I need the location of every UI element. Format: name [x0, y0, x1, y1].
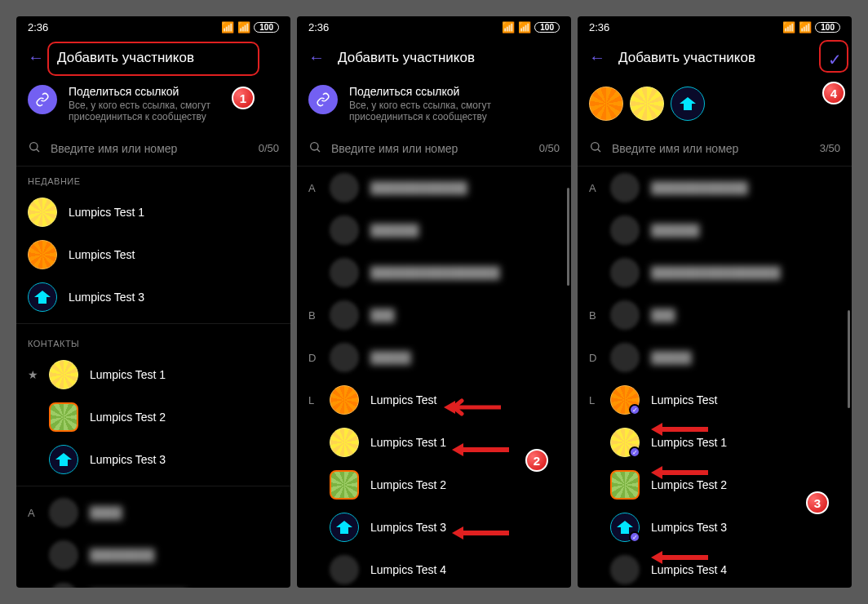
- contact-name: Lumpics Test 1: [370, 436, 446, 449]
- contact-row[interactable]: B ███: [578, 294, 852, 336]
- battery-icon: 100: [254, 22, 279, 33]
- status-icons: 📶 📶 100: [782, 21, 840, 33]
- avatar-blur-icon: [610, 343, 640, 372]
- contact-name: Lumpics Test 3: [651, 521, 727, 534]
- contact-row[interactable]: ████████████████: [297, 251, 571, 294]
- status-bar: 2:36 📶 📶 100: [578, 16, 852, 38]
- back-arrow-icon[interactable]: ←: [308, 48, 325, 67]
- contact-name: ████: [90, 506, 122, 519]
- contact-row[interactable]: Lumpics Test 1: [16, 191, 290, 233]
- contact-name: █████: [651, 351, 692, 364]
- avatar-blur-icon: [49, 540, 78, 570]
- scrollbar[interactable]: [567, 188, 569, 286]
- selected-avatar-icon[interactable]: [589, 87, 623, 121]
- search-placeholder: Введите имя или номер: [612, 142, 810, 155]
- contact-row[interactable]: A ████████████: [297, 167, 571, 209]
- signal-icon: 📶: [782, 21, 795, 33]
- contact-name: Lumpics Test 1: [69, 206, 144, 219]
- search-row[interactable]: Введите имя или номер 0/50: [297, 131, 571, 167]
- contact-name: Lumpics Test 3: [69, 291, 144, 304]
- contact-row[interactable]: ██████: [297, 209, 571, 251]
- scrollbar[interactable]: [848, 310, 850, 408]
- status-bar: 2:36 📶 📶 100: [16, 16, 290, 38]
- back-arrow-icon[interactable]: ←: [28, 48, 44, 67]
- signal-icon: 📶: [502, 21, 515, 33]
- contact-row[interactable]: ████████████████: [578, 251, 852, 294]
- status-icons: 📶 📶 100: [221, 21, 279, 33]
- search-row[interactable]: Введите имя или номер 0/50: [16, 131, 290, 167]
- contact-row[interactable]: Lumpics Test 4: [297, 548, 571, 588]
- section-recent: НЕДАВНИЕ: [16, 167, 290, 191]
- contact-name: ████████████████: [370, 266, 500, 279]
- contact-row[interactable]: Lumpics Test 3: [16, 438, 290, 481]
- contact-row[interactable]: A ████: [16, 491, 290, 534]
- contact-name: ████████████████: [651, 266, 781, 279]
- page-title: Добавить участников: [57, 50, 279, 66]
- contact-row[interactable]: ██████: [578, 209, 852, 251]
- svg-point-0: [30, 143, 38, 150]
- contact-name: ████████: [90, 548, 154, 562]
- contact-row[interactable]: D █████: [297, 336, 571, 379]
- counter: 3/50: [820, 142, 840, 154]
- selected-check-icon: ✓: [629, 404, 640, 415]
- avatar-blur-icon: [610, 300, 640, 330]
- avatar-green-icon: [610, 470, 640, 500]
- contact-name: ██████: [370, 224, 419, 237]
- annotation-badge-2: 2: [525, 449, 548, 472]
- avatar-yellow-icon: [330, 428, 359, 457]
- counter: 0/50: [259, 142, 279, 154]
- contact-row[interactable]: ████████████: [16, 576, 290, 588]
- contact-row[interactable]: Lumpics Test 4: [578, 548, 852, 588]
- status-bar: 2:36 📶 📶 100: [297, 16, 571, 38]
- contact-name: ████████████: [370, 181, 467, 194]
- avatar-orange-icon: ✓: [610, 385, 640, 415]
- letter-A: A: [308, 182, 321, 194]
- search-row[interactable]: Введите имя или номер 3/50: [578, 131, 852, 167]
- contact-row[interactable]: ★ Lumpics Test 1: [16, 353, 290, 396]
- contact-row[interactable]: A ████████████: [578, 167, 852, 209]
- contact-name: ██████: [651, 224, 700, 237]
- back-arrow-icon[interactable]: ←: [589, 48, 605, 67]
- contact-name: Lumpics Test 3: [370, 521, 446, 534]
- header: ← Добавить участников: [297, 38, 571, 77]
- contact-row[interactable]: Lumpics Test 2: [16, 396, 290, 438]
- contact-row[interactable]: D █████: [578, 336, 852, 379]
- letter-D: D: [308, 352, 321, 364]
- contact-row[interactable]: ✓ Lumpics Test 1: [578, 421, 852, 464]
- letter-A: A: [28, 507, 41, 519]
- avatar-cyan-icon: [28, 282, 57, 312]
- annotation-badge-1: 1: [232, 87, 255, 109]
- search-placeholder: Введите имя или номер: [51, 142, 249, 155]
- selected-avatar-icon[interactable]: [671, 87, 705, 121]
- selected-avatar-icon[interactable]: [630, 87, 664, 121]
- divider: [16, 486, 290, 486]
- avatar-blur-icon: [330, 173, 359, 202]
- contact-row[interactable]: L ✓ Lumpics Test: [578, 379, 852, 421]
- svg-point-1: [311, 143, 318, 150]
- search-icon: [589, 140, 602, 156]
- avatar-yellow-icon: [49, 360, 78, 389]
- avatar-blur-icon: [330, 343, 359, 372]
- avatar-blur-icon: [330, 258, 359, 287]
- avatar-blur-icon: [330, 555, 359, 584]
- header: ← Добавить участников ✓: [578, 38, 852, 77]
- wifi-icon: 📶: [518, 21, 531, 33]
- contact-row[interactable]: Lumpics Test 3: [16, 276, 290, 318]
- avatar-yellow-icon: ✓: [610, 428, 640, 457]
- battery-icon: 100: [534, 22, 560, 33]
- contact-row[interactable]: B ███: [297, 294, 571, 336]
- wifi-icon: 📶: [799, 21, 812, 33]
- contact-row[interactable]: Lumpics Test: [16, 233, 290, 276]
- avatar-blur-icon: [610, 258, 640, 287]
- confirm-check-icon[interactable]: ✓: [828, 50, 842, 69]
- avatar-green-icon: [330, 470, 359, 500]
- contact-row[interactable]: Lumpics Test 3: [297, 506, 571, 548]
- contact-row[interactable]: ████████: [16, 534, 290, 576]
- contact-name: Lumpics Test: [370, 393, 436, 406]
- search-icon: [28, 140, 41, 156]
- contact-row[interactable]: L Lumpics Test: [297, 379, 571, 421]
- letter-A: A: [589, 182, 602, 194]
- phone-screen-2: 2:36 📶 📶 100 ← Добавить участников Подел…: [297, 16, 571, 588]
- share-link-row[interactable]: Поделиться ссылкой Все, у кого есть ссыл…: [297, 77, 571, 131]
- search-placeholder: Введите имя или номер: [331, 142, 529, 155]
